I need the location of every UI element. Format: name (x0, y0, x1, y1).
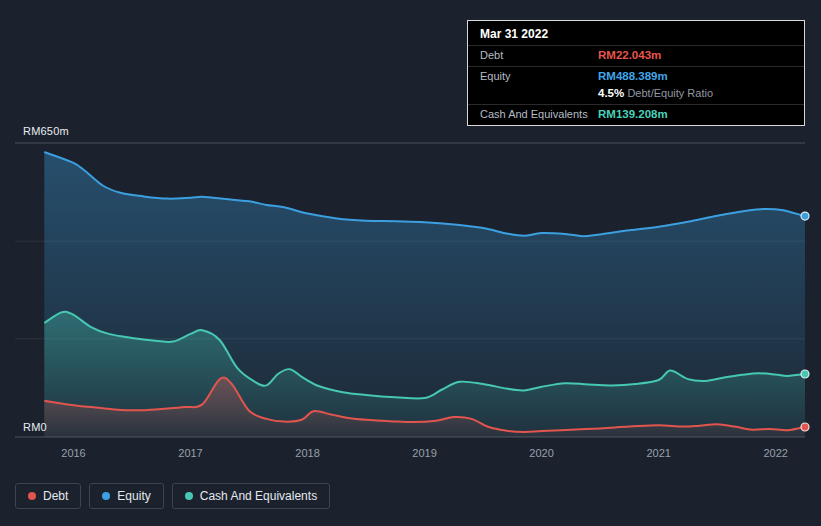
cash-and-equivalents-end-dot[interactable] (801, 370, 809, 378)
x-axis-label-2022: 2022 (763, 447, 787, 459)
legend-cash-label: Cash And Equivalents (200, 490, 317, 502)
tooltip-date: Mar 31 2022 (468, 21, 804, 45)
x-axis-label-2017: 2017 (178, 447, 202, 459)
tooltip-row-equity: Equity RM488.389m (468, 66, 804, 87)
legend-debt[interactable]: Debt (15, 483, 81, 509)
x-axis-label-2021: 2021 (646, 447, 670, 459)
legend-equity[interactable]: Equity (89, 483, 163, 509)
y-axis-label-top: RM650m (23, 125, 69, 137)
tooltip-row-debt: Debt RM22.043m (468, 45, 804, 66)
y-axis-label-bottom: RM0 (23, 421, 47, 433)
tooltip-label-cash: Cash And Equivalents (468, 108, 598, 120)
ratio-caption: Debt/Equity Ratio (627, 87, 713, 99)
tooltip-value-equity: RM488.389m (598, 70, 668, 82)
tooltip-label-equity: Equity (468, 70, 598, 82)
legend-cash[interactable]: Cash And Equivalents (172, 483, 330, 509)
debt-end-dot[interactable] (801, 423, 809, 431)
debt-equity-history-chart: RM650m RM0 2016 2017 2018 2019 2020 2021… (0, 0, 821, 526)
tooltip-row-ratio: 4.5% Debt/Equity Ratio (468, 87, 804, 104)
ratio-percent: 4.5% (598, 87, 624, 99)
legend-debt-label: Debt (43, 490, 68, 502)
chart-tooltip: Mar 31 2022 Debt RM22.043m Equity RM488.… (467, 20, 805, 126)
x-axis-label-2020: 2020 (529, 447, 553, 459)
tooltip-row-cash: Cash And Equivalents RM139.208m (468, 104, 804, 125)
equity-end-dot[interactable] (801, 212, 809, 220)
tooltip-value-ratio: 4.5% Debt/Equity Ratio (598, 87, 713, 99)
x-axis-label-2019: 2019 (412, 447, 436, 459)
legend-equity-label: Equity (117, 490, 150, 502)
x-axis-label-2016: 2016 (61, 447, 85, 459)
x-axis: 2016 2017 2018 2019 2020 2021 2022 (0, 447, 821, 463)
cash-series-dot (185, 492, 193, 500)
tooltip-label-debt: Debt (468, 49, 598, 61)
x-axis-label-2018: 2018 (295, 447, 319, 459)
debt-series-dot (28, 492, 36, 500)
equity-series-dot (102, 492, 110, 500)
tooltip-value-cash: RM139.208m (598, 108, 668, 120)
chart-legend: Debt Equity Cash And Equivalents (15, 483, 330, 509)
tooltip-value-debt: RM22.043m (598, 49, 661, 61)
